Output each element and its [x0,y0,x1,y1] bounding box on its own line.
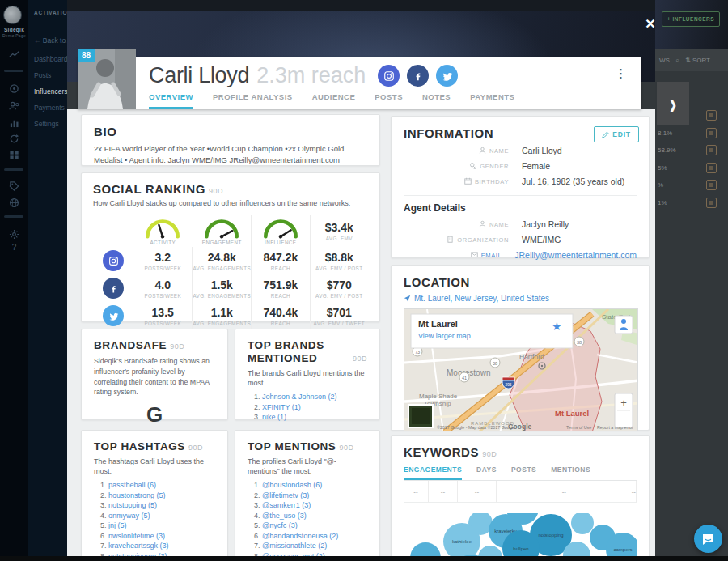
search-icon[interactable]: ⌕ [675,56,679,65]
hashtag-link[interactable]: houstonstrong (5) [108,491,166,499]
help-icon[interactable]: ? [0,243,28,252]
subnav-item[interactable]: Settings [28,116,67,132]
sort-icon: ⇅ [685,57,691,64]
keywords-stat-placeholder: -- [429,481,458,502]
mention-link[interactable]: @missionathlete (2) [262,542,327,550]
terms-link[interactable]: Terms of Use [566,425,591,430]
keyword-bubble[interactable] [571,513,594,534]
profile-tab[interactable]: PROFILE ANALYSIS [213,92,293,109]
hashtag-link[interactable]: notstopping (5) [108,501,157,509]
row-action-button[interactable] [706,198,717,208]
mention-list-item: @lifetimetv (3) [262,491,367,500]
social-ranking-header: ACTIVITY ENGAGEMENT INFLUENCE $3.4k AVG.… [93,215,368,247]
background-list-row: 8.1% [655,125,728,143]
profile-tab[interactable]: AUDIENCE [312,92,356,109]
sort-button[interactable]: ⇅ SORT [685,57,710,64]
brand-link[interactable]: XFINITY (1) [262,403,301,411]
hashtag-link[interactable]: kraveheartssgk (3) [108,542,169,550]
subnav-item[interactable]: Dashboard [28,51,67,67]
row-action-button[interactable] [706,180,717,190]
keyword-bubble-label: notstopping [538,533,563,538]
social-ranking-title: SOCIAL RANKING90D [93,182,368,196]
information-fields: NAME Carli Lloyd GENDER Female BIRTHDAY … [404,146,637,186]
twitter-icon[interactable] [436,65,458,87]
row-action-button[interactable] [706,110,717,121]
profile-tab[interactable]: OVERVIEW [149,92,193,109]
gear-icon[interactable] [0,227,28,241]
divider [404,195,637,196]
chat-launcher-button[interactable] [694,525,722,553]
mention-link[interactable]: @samkerr1 (3) [262,501,311,509]
workspace-avatar[interactable] [3,6,22,24]
row-action-button[interactable] [706,145,717,155]
subnav-item[interactable]: Payments [28,100,67,116]
pegman-control[interactable] [615,316,633,334]
mention-link[interactable]: @houstondash (6) [262,481,322,489]
keywords-tab[interactable]: MENTIONS [551,465,590,480]
bar-chart-icon[interactable] [0,115,28,130]
edit-button[interactable]: EDIT [594,126,639,142]
keywords-bubble-chart: kravejerkykathieleenotstoppingbullpencam… [403,513,637,560]
kebab-menu-icon[interactable]: ⋮ [615,66,627,81]
hashtag-link[interactable]: onmyway (5) [108,512,150,520]
instagram-icon[interactable] [378,65,400,87]
back-link[interactable]: ← Back to A [34,36,67,45]
zoom-control[interactable]: + − [615,393,633,427]
brand-list-item: Johnson & Johnson (2) [262,393,367,402]
satellite-thumbnail[interactable] [408,405,433,427]
star-icon: ★ [552,320,562,333]
subnav-item[interactable]: Influencers [28,83,67,100]
brand-link[interactable]: Johnson & Johnson (2) [262,393,337,401]
hashtag-list-item: nwslonlifetime (3) [108,532,215,541]
svg-text:38: 38 [577,340,582,345]
next-influencer-button[interactable]: › [657,82,689,125]
profile-modal-header: 88 Carli Lloyd 2.3m reach ⋮ OVERVIEWPROF… [78,57,641,109]
profile-tab[interactable]: PAYMENTS [470,92,514,109]
hashtag-link[interactable]: passtheball (6) [108,481,156,489]
row-action-button[interactable] [706,163,717,173]
grid-icon[interactable] [0,147,28,162]
keywords-tab[interactable]: POSTS [511,465,536,480]
globe-icon[interactable] [0,195,28,210]
map-info-card[interactable]: Mt Laurel View larger map ★ [411,314,573,348]
users-icon[interactable] [0,98,28,113]
keywords-tab[interactable]: DAYS [476,465,497,480]
profile-reach: 2.3m reach [256,63,366,88]
hashtag-list-item: jnj (5) [108,521,215,530]
field-value: Female [522,161,550,171]
facebook-icon[interactable] [407,65,429,87]
hashtag-list-item: passtheball (6) [108,481,215,490]
mention-link[interactable]: @handandstoneusa (2) [262,532,338,540]
location-link[interactable]: Mt. Laurel, New Jersey, United States [404,294,637,303]
close-icon[interactable]: ✕ [642,16,658,32]
mention-link[interactable]: @lifetimetv (3) [262,491,309,499]
brandsafe-text: Sideqik's BrandSafe rating shows an infl… [94,356,215,397]
percentage-value: % [658,181,663,189]
keywords-tab[interactable]: ENGAGEMENTS [404,465,462,480]
mention-list-item: @the_uso (3) [262,512,367,521]
tag-icon[interactable] [0,178,28,193]
brand-link[interactable]: nike (1) [262,413,286,421]
mention-link[interactable]: @nycfc (3) [262,521,298,529]
field-value: JReilly@wmeentertainment.com [514,250,637,260]
hashtag-link[interactable]: jnj (5) [108,521,127,529]
engagement-gauge: ENGAGEMENT [193,215,252,247]
mention-link[interactable]: @the_uso (3) [262,512,307,520]
keyword-bubble-label: kathielee [452,539,472,544]
row-action-button[interactable] [706,128,717,138]
background-list-row: 1% [655,195,728,213]
subnav-item[interactable]: Posts [28,67,67,83]
profile-tab[interactable]: NOTES [422,92,451,109]
views-toggle[interactable]: WS [659,57,670,64]
map[interactable]: Moorestown Hartford Maple Shade Township… [404,308,638,431]
report-error-link[interactable]: Report a map error [597,425,633,430]
trend-icon[interactable] [0,47,28,62]
target-icon[interactable] [0,81,28,96]
refresh-icon[interactable] [0,131,28,146]
background-list-panel: + INFLUENCERS WS ⌕ ⇅ SORT › 4% 8.1% 58.9 [655,0,728,561]
add-influencers-button[interactable]: + INFLUENCERS [662,11,720,27]
profile-tab[interactable]: POSTS [375,92,403,109]
svg-text:295: 295 [505,383,511,387]
field-icon [479,220,486,229]
hashtag-link[interactable]: nwslonlifetime (3) [108,532,165,540]
